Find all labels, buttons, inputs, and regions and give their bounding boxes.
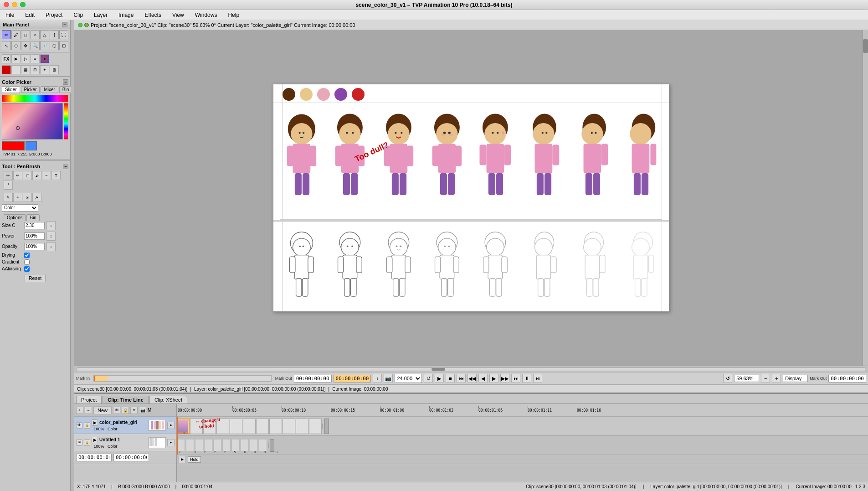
step-back-btn[interactable]: ◀ [478,374,488,383]
menu-layer[interactable]: Layer [92,11,109,19]
pencil2-icon[interactable]: ✎ [4,193,13,202]
cp-tab-slider[interactable]: Slider [2,86,20,93]
next-frame-btn[interactable]: ▶▶ [500,374,509,383]
tool-panel-close[interactable]: − [63,164,68,169]
cp-tab-mixer[interactable]: Mixer [41,86,58,93]
menu-edit[interactable]: Edit [23,11,36,19]
eraser-icon[interactable]: ◻ [23,171,32,180]
power-input[interactable] [24,233,45,240]
panel-resize-handle[interactable] [71,20,74,491]
layer-btn[interactable]: ≡ [31,54,40,63]
close-button[interactable] [4,2,9,7]
pause-btn[interactable]: ⏸ [522,374,531,383]
power-adjust-btn[interactable]: ↕ [46,232,56,241]
reset-button[interactable]: Reset [25,274,46,282]
brush2-icon[interactable]: 🖌 [32,171,41,180]
bg-swatch[interactable] [26,141,37,150]
play-small-btn[interactable]: ▶ [11,54,21,63]
main-panel-close[interactable]: − [62,22,67,27]
zoom-minus-btn[interactable]: − [761,374,770,383]
paintbucket-tool[interactable]: ⊡ [59,41,68,50]
playback-extra-btn[interactable]: ⏯ [533,374,542,383]
opacity-input[interactable] [24,243,45,250]
fill-tool[interactable]: ⛶ [59,30,68,39]
hscroll-track[interactable] [76,367,866,371]
blend-mode-select[interactable]: Color Normal [2,204,38,212]
next-btn[interactable]: ▷ [21,54,30,63]
move-tool[interactable]: ✥ [21,41,30,50]
pencil-icon[interactable]: ✏ [13,171,22,180]
aaliasing-checkbox[interactable] [24,266,30,272]
layer1-lock[interactable]: 🔒 [84,422,90,429]
speaker-btn[interactable]: ♪ [373,374,382,383]
tl-current-time[interactable] [76,454,112,461]
minimize-button[interactable] [12,2,17,7]
tl-del-layer-btn[interactable]: − [85,407,92,414]
menu-windows[interactable]: Windows [193,11,219,19]
color-picker-close[interactable]: − [63,79,68,85]
smudge-icon[interactable]: ~ [42,171,51,180]
layer2-col-btn[interactable]: ● [167,439,175,446]
stop-btn[interactable]: ■ [446,374,455,383]
maximize-button[interactable] [20,2,26,7]
layer2-expand[interactable]: ▶ [92,437,98,443]
menu-image[interactable]: Image [117,11,135,19]
camera-btn[interactable]: 📷 [384,374,393,383]
play-btn[interactable]: ▶ [435,374,444,383]
checker-btn[interactable]: ▦ [21,65,30,74]
del-layer-btn[interactable]: 🗑 [50,65,59,74]
layer1-visibility[interactable]: 👁 [76,422,82,429]
new-layer-btn[interactable]: New [93,406,112,414]
opacity-adjust-btn[interactable]: ↕ [46,242,56,251]
new-layer-btn[interactable]: + [40,65,49,74]
menu-clip[interactable]: Clip [72,11,85,19]
tab-timeline[interactable]: Clip: Time Line [103,396,149,403]
fg-swatch[interactable] [2,141,25,150]
tl-end-time[interactable] [113,454,149,461]
cp-tab-bin[interactable]: Bin [59,86,72,93]
tool3-icon[interactable]: ※ [23,193,32,202]
traffic-lights[interactable] [4,2,26,7]
fx-btn[interactable]: FX [2,54,11,63]
size-adjust-btn[interactable]: ↕ [46,221,56,230]
tl-eye-btn[interactable]: 👁 [113,407,120,414]
fg-color[interactable] [2,65,11,74]
rect-tool[interactable]: □ [21,30,30,39]
size-input[interactable] [24,222,45,229]
menu-view[interactable]: View [170,11,186,19]
grid-btn[interactable]: ⊞ [31,65,40,74]
canvas-hscroll[interactable] [74,366,868,372]
prev-frame-btn[interactable]: ◀◀ [467,374,477,383]
zoom-reset-btn[interactable]: ↺ [723,374,732,383]
color-palette[interactable] [2,103,63,140]
layer2-visibility[interactable]: 👁 [76,439,82,446]
zoom-tool[interactable]: 🔍 [31,41,40,50]
hold-collapse-btn[interactable]: ▶ [179,456,186,463]
text-icon[interactable]: T [51,171,61,180]
layer1-col-btn[interactable]: ● [167,422,175,429]
menu-file[interactable]: File [4,11,16,19]
color-circle-btn[interactable]: ● [40,54,49,63]
line-icon[interactable]: / [4,181,13,190]
curve-tool[interactable]: ∫ [50,30,59,39]
eyedrop-tool[interactable]: 💉 [40,41,49,50]
display-input[interactable] [783,375,808,382]
polygon-tool[interactable]: △ [40,30,49,39]
gradient-checkbox[interactable] [24,259,30,265]
tl-cam-btn[interactable]: 📷 [139,407,146,414]
fps-select[interactable]: 24.000 25.000 30.000 [395,374,422,383]
lasso-tool[interactable]: ⊙ [11,41,21,50]
right-scrollbar[interactable] [863,30,868,366]
tl-lock-btn[interactable]: 🔒 [122,407,129,414]
tl-misc-btn[interactable]: ≡ [130,407,138,414]
tab-xsheet[interactable]: Clip: XSheet [149,396,187,403]
layer1-expand[interactable]: ▶ [92,419,98,426]
cp-tab-picker[interactable]: Picker [21,86,40,93]
tab-project[interactable]: Project [76,396,102,403]
bg-color[interactable] [11,65,21,74]
penbrush-icon[interactable]: ✏ [4,171,13,180]
select-tool[interactable]: ↖ [2,41,11,50]
ellipse-tool[interactable]: ○ [31,30,40,39]
color-hue-slider[interactable] [64,103,68,140]
tool4-icon[interactable]: A [32,193,41,202]
